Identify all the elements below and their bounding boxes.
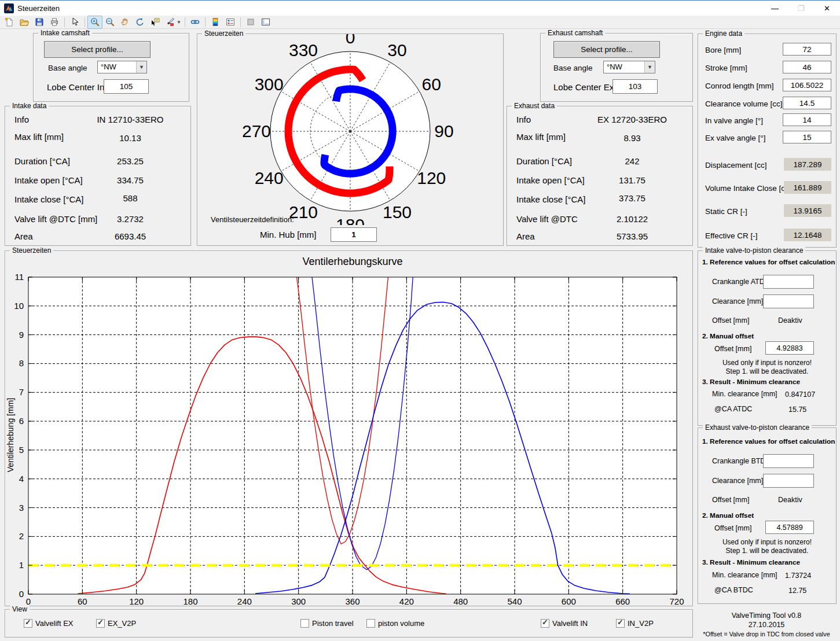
exhaust-base-angle-dropdown[interactable]: °NW ▼: [603, 61, 655, 73]
checkbox-piston-travel[interactable]: ✓ Piston travel: [300, 619, 354, 628]
zoom-in-icon: [90, 17, 100, 27]
conrod-length-input[interactable]: [783, 79, 831, 91]
exhaust-lobe-center-input[interactable]: [612, 79, 658, 94]
y-tick-label: 8: [19, 358, 24, 368]
y-tick-label: 10: [14, 301, 24, 311]
exhaust-ref-clearance-input[interactable]: [763, 474, 814, 488]
rotate-3d-button[interactable]: [133, 16, 148, 29]
save-figure-button[interactable]: [32, 16, 47, 29]
y-tick-label: 6: [19, 416, 24, 426]
intake-min-clearance-value: 0.847107: [785, 391, 815, 399]
maximize-button[interactable]: ❐: [788, 1, 814, 16]
checkbox-valvelift-in[interactable]: ✓ Valvelift IN: [541, 619, 588, 628]
intake-area-label: Area: [14, 231, 33, 241]
polar-angle-label: 30: [387, 40, 406, 60]
checkbox-label: piston volume: [378, 619, 424, 628]
intake-min-clearance-label: Min. clearance [mm]: [712, 390, 777, 398]
volume-intake-close-label: Volume Intake Close [cc]: [705, 184, 791, 193]
y-tick-label: 2: [19, 531, 24, 541]
show-plot-tools-button[interactable]: [258, 16, 273, 29]
exhaust-ca-btdc-value: 12.75: [788, 587, 806, 595]
insert-legend-button[interactable]: [223, 16, 238, 29]
exhaust-camshaft-panel: Exhaust camshaft Select profile... Base …: [540, 33, 693, 102]
bore-label: Bore [mm]: [705, 46, 741, 54]
polar-timing-panel: Steuerzeiten 030609012015018021024027030…: [197, 34, 504, 246]
checkbox-in-v2p[interactable]: ✓ IN_V2P: [616, 619, 654, 628]
intake-clearance-section2: 2. Manual offset: [702, 332, 754, 340]
intake-base-angle-label: Base angle: [48, 64, 87, 72]
checkbox-piston-volume[interactable]: ✓ piston volume: [366, 619, 424, 628]
window-title: Steuerzeiten: [17, 4, 60, 13]
intake-crankangle-input[interactable]: [763, 275, 814, 289]
checkbox-valvelift-ex[interactable]: ✓ Valvelift EX: [24, 619, 74, 628]
intake-manual-offset-label: Offset [mm]: [714, 345, 751, 353]
polar-angle-label: 270: [242, 121, 271, 141]
x-tick-label: 540: [507, 596, 522, 606]
toolbar-separator: [85, 17, 85, 27]
min-hub-input[interactable]: [331, 227, 377, 242]
intake-area-value: 6693.45: [80, 231, 180, 241]
legend-icon: [226, 17, 235, 27]
close-button[interactable]: ✕: [814, 1, 840, 16]
exhaust-close-label: Intake close [°CA]: [516, 194, 585, 204]
checkbox-ex-v2p[interactable]: ✓ EX_V2P: [96, 619, 136, 628]
intake-manual-offset-input[interactable]: [765, 341, 814, 355]
zoom-out-button[interactable]: [102, 16, 118, 29]
x-tick-label: 180: [183, 596, 197, 606]
link-icon: [190, 17, 200, 27]
check-icon: ✓: [97, 618, 104, 627]
stroke-input[interactable]: [783, 61, 831, 73]
hide-plot-tools-button[interactable]: [243, 16, 258, 29]
exhaust-min-clearance-label: Min. clearance [mm]: [712, 571, 777, 579]
open-file-button[interactable]: [17, 16, 32, 29]
data-cursor-button[interactable]: [148, 16, 163, 29]
version-info: ValveTiming Tool v0.8 27.10.2015 *Offset…: [698, 609, 835, 639]
valve-lift-chart: 0601201802403003604204805406006607200123…: [5, 251, 692, 606]
print-button[interactable]: [47, 16, 62, 29]
in-valve-angle-input[interactable]: [783, 113, 831, 126]
insert-colorbar-button[interactable]: [208, 16, 223, 29]
chevron-down-icon: ▼: [644, 61, 655, 73]
pan-hand-icon: [120, 17, 130, 27]
exhaust-note2: Step 1. will be deactivated.: [698, 547, 836, 555]
y-tick-label: 3: [19, 503, 24, 513]
intake-max-lift-value: 10.13: [80, 133, 180, 143]
intake-ref-clearance-input[interactable]: [763, 294, 814, 308]
minimize-button[interactable]: —: [762, 1, 788, 16]
exhaust-manual-offset-input[interactable]: [765, 521, 814, 534]
exhaust-select-profile-button[interactable]: Select profile...: [553, 41, 660, 58]
intake-info-label: Info: [14, 115, 29, 124]
intake-clearance-section1: 1. Reference values for offset calculati…: [702, 258, 835, 266]
brush-dropdown-caret[interactable]: ▼: [177, 20, 181, 25]
exhaust-open-value: 131.75: [582, 175, 682, 185]
intake-lobe-center-input[interactable]: [104, 79, 149, 94]
bore-input[interactable]: [783, 43, 831, 56]
checkbox-box: ✓: [366, 619, 375, 628]
tool-version: ValveTiming Tool v0.8: [698, 611, 835, 620]
link-plot-button[interactable]: [188, 16, 203, 29]
clearance-volume-input[interactable]: [783, 97, 831, 109]
intake-base-angle-dropdown[interactable]: °NW ▼: [97, 61, 147, 73]
pan-button[interactable]: [118, 16, 133, 29]
data-cursor-icon: [151, 17, 160, 27]
edit-plot-button[interactable]: [67, 16, 82, 29]
zoom-in-button[interactable]: [87, 16, 102, 29]
brush-button[interactable]: [163, 16, 178, 29]
exhaust-ref-clearance-label: Clearance [mm]: [712, 477, 763, 485]
new-figure-button[interactable]: [2, 16, 17, 29]
polar-angle-label: 60: [422, 75, 441, 94]
y-tick-label: 9: [19, 330, 24, 340]
ex-valve-angle-input[interactable]: [783, 131, 831, 143]
title-bar: Steuerzeiten — ❐ ✕: [0, 1, 840, 16]
intake-select-profile-button[interactable]: Select profile...: [44, 41, 151, 58]
polar-angle-label: 120: [417, 168, 446, 187]
displacement-value: 187.289: [784, 158, 831, 171]
x-tick-label: 360: [345, 596, 360, 606]
displacement-label: Displacement [cc]: [705, 161, 767, 170]
polar-angle-label: 90: [434, 121, 453, 141]
static-cr-label: Static CR [-]: [705, 207, 747, 216]
polar-angle-label: 240: [255, 168, 284, 187]
intake-max-lift-label: Max lift [mm]: [14, 132, 64, 142]
exhaust-area-label: Area: [516, 231, 535, 241]
exhaust-crankangle-input[interactable]: [763, 454, 814, 468]
